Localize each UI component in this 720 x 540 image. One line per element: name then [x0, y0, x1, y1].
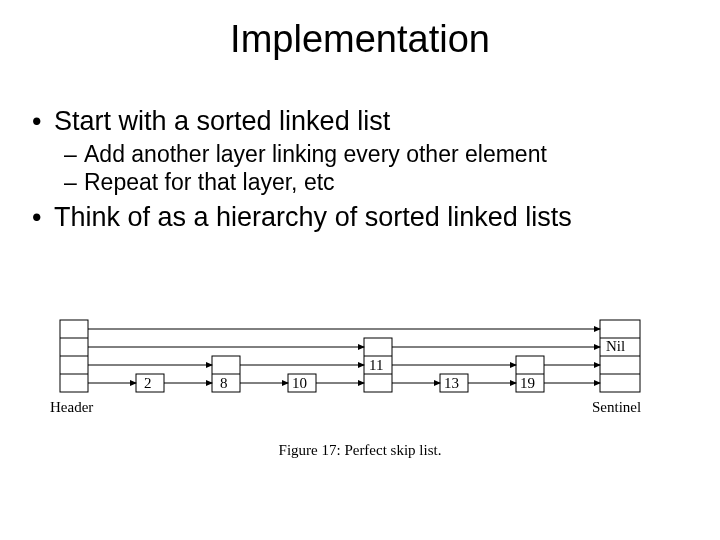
sentinel-label: Sentinel	[592, 399, 641, 415]
skip-list-svg: Nil 2 8 10 11 13 19	[40, 300, 680, 430]
header-label: Header	[50, 399, 93, 415]
node-11-value: 11	[369, 357, 383, 373]
bullet-level2: Add another layer linking every other el…	[28, 141, 692, 167]
skip-list-figure: Nil 2 8 10 11 13 19	[40, 300, 680, 434]
bullet-level2: Repeat for that layer, etc	[28, 169, 692, 195]
slide: Implementation Start with a sorted linke…	[0, 0, 720, 540]
nil-label: Nil	[606, 338, 625, 354]
slide-body: Start with a sorted linked list Add anot…	[28, 100, 692, 237]
node-8-value: 8	[220, 375, 228, 391]
node-2-value: 2	[144, 375, 152, 391]
figure-caption: Figure 17: Perfect skip list.	[40, 442, 680, 459]
node-10-value: 10	[292, 375, 307, 391]
bullet-level1: Start with a sorted linked list	[28, 106, 692, 137]
bullet-level1: Think of as a hierarchy of sorted linked…	[28, 202, 692, 233]
slide-title: Implementation	[0, 18, 720, 61]
node-19-value: 19	[520, 375, 535, 391]
node-13-value: 13	[444, 375, 459, 391]
